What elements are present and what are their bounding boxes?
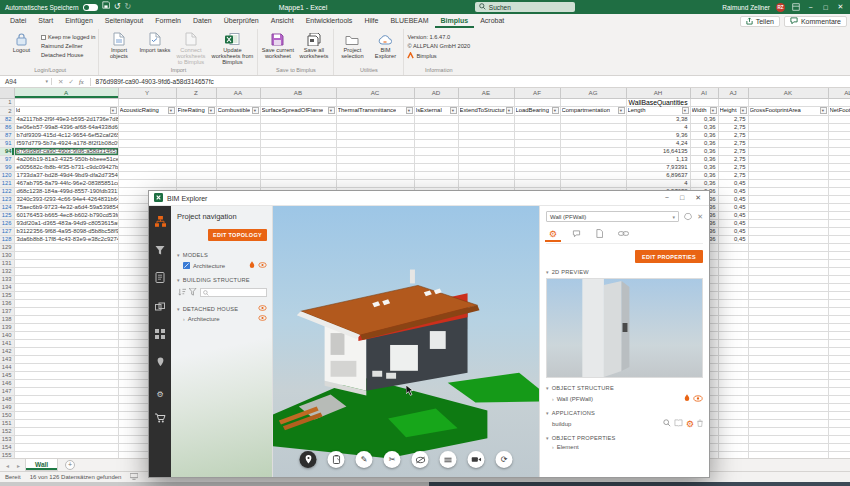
cell-AD120[interactable] (414, 171, 458, 179)
update-worksheets-button[interactable]: Update worksheets from Bimplus (210, 31, 254, 65)
cell-AL131[interactable] (828, 259, 850, 267)
cell-A97[interactable]: 4a206b19-81a3-4325-950b-bbeee51ceeab (14, 155, 118, 163)
cell-AB82[interactable] (260, 115, 336, 123)
cell-AL142[interactable] (828, 347, 850, 355)
cell-AJ141[interactable] (718, 339, 748, 347)
sidebar-clash-icon[interactable] (155, 297, 165, 315)
header-cell-Y[interactable]: AcousticRating▾ (118, 106, 176, 115)
display-settings-icon[interactable] (130, 473, 138, 481)
ribbon-options-icon[interactable] (791, 3, 800, 12)
trash-icon[interactable] (697, 419, 703, 428)
row-header-132[interactable]: 132 (0, 267, 14, 275)
cell-AJ86[interactable]: 2,75 (718, 123, 748, 131)
cell-AE121[interactable] (458, 179, 514, 187)
cell-AG94[interactable] (560, 147, 626, 155)
eye-icon[interactable] (258, 305, 267, 312)
cell-AL91[interactable] (828, 139, 850, 147)
cell-AB86[interactable] (260, 123, 336, 131)
cell-AK123[interactable] (748, 195, 828, 203)
minimize-icon[interactable]: − (806, 4, 815, 11)
cell-Y87[interactable] (118, 131, 176, 139)
column-header-A[interactable]: A (14, 88, 118, 98)
cell-AK142[interactable] (748, 347, 828, 355)
cell-AC86[interactable] (336, 123, 414, 131)
cell-AL144[interactable] (828, 363, 850, 371)
location-pin-button[interactable] (300, 451, 317, 468)
cell-A155[interactable] (14, 451, 118, 458)
bim-maximize-icon[interactable]: □ (680, 194, 684, 202)
column-header-AB[interactable]: AB (260, 88, 336, 98)
preview-section-header[interactable]: ▾2D PREVIEW (546, 269, 703, 275)
cell-AB99[interactable] (260, 163, 336, 171)
user-name[interactable]: Raimund Zellner (722, 4, 770, 11)
sheet-prev-icon[interactable]: ◂ (3, 462, 12, 469)
header-cell-AF[interactable]: LoadBearing▾ (514, 106, 560, 115)
cell-AJ137[interactable] (718, 307, 748, 315)
tab-start[interactable]: Start (32, 14, 59, 28)
column-header-AC[interactable]: AC (336, 88, 414, 98)
cell-AC87[interactable] (336, 131, 414, 139)
cell-AJ122[interactable]: 0,45 (718, 187, 748, 195)
filter-button-AB[interactable]: ▾ (328, 107, 335, 114)
cell-AK141[interactable] (748, 339, 828, 347)
cell-AJ91[interactable]: 2,75 (718, 139, 748, 147)
cell-AK150[interactable] (748, 411, 828, 419)
cell-AJ129[interactable] (718, 243, 748, 251)
cell-AJ125[interactable]: 0,45 (718, 211, 748, 219)
cell-AL155[interactable] (828, 451, 850, 458)
cell-Y1[interactable] (118, 98, 176, 106)
cell-A133[interactable] (14, 275, 118, 283)
cell-AH87[interactable]: 9,36 (626, 131, 690, 139)
cell-A99[interactable]: e005682c-fb8b-4f35-b731-c9dc09427b9b (14, 163, 118, 171)
cell-AI99[interactable]: 0,36 (690, 163, 718, 171)
edit-properties-button[interactable]: EDIT PROPERTIES (635, 250, 703, 263)
name-box-dropdown-icon[interactable]: ▾ (45, 78, 48, 85)
cell-AJ97[interactable]: 2,75 (718, 155, 748, 163)
row-header-97[interactable]: 97 (0, 155, 14, 163)
cell-AF99[interactable] (514, 163, 560, 171)
cell-AJ149[interactable] (718, 403, 748, 411)
cell-AK125[interactable] (748, 211, 828, 219)
formula-value[interactable]: 876d989f-ca90-4903-9fd6-a58d314657fc (91, 78, 214, 85)
row-header-155[interactable]: 155 (0, 451, 14, 458)
cell-AC82[interactable] (336, 115, 414, 123)
sort-icon[interactable] (178, 288, 186, 297)
tree-child-architecture[interactable]: ›Architecture (177, 315, 267, 322)
cell-Y82[interactable] (118, 115, 176, 123)
row-header-134[interactable]: 134 (0, 283, 14, 291)
gear-icon[interactable]: ⚙ (686, 420, 694, 428)
tab-documents-icon[interactable] (596, 229, 603, 239)
cell-AJ143[interactable] (718, 355, 748, 363)
filter-button-AJ[interactable]: ▾ (740, 107, 747, 114)
cell-AA121[interactable] (216, 179, 260, 187)
cell-AK97[interactable] (748, 155, 828, 163)
tab-seitenlayout[interactable]: Seitenlayout (99, 14, 150, 28)
cell-AK87[interactable] (748, 131, 828, 139)
magnifier-icon[interactable] (663, 419, 671, 428)
cell-AJ130[interactable] (718, 251, 748, 259)
row-header-137[interactable]: 137 (0, 307, 14, 315)
object-select-dropdown[interactable]: Wall (PFWall)▾ (546, 211, 679, 222)
cell-AJ134[interactable] (718, 283, 748, 291)
cell-AI120[interactable]: 0,36 (690, 171, 718, 179)
header-cell-AG[interactable]: Compartmentation▾ (560, 106, 626, 115)
cell-Z97[interactable] (176, 155, 216, 163)
add-sheet-button[interactable]: + (65, 460, 75, 470)
cell-AK126[interactable] (748, 219, 828, 227)
row-header-135[interactable]: 135 (0, 291, 14, 299)
cell-AL135[interactable] (828, 291, 850, 299)
cell-AK149[interactable] (748, 403, 828, 411)
row-header-141[interactable]: 141 (0, 339, 14, 347)
cell-AC94[interactable] (336, 147, 414, 155)
cell-AL153[interactable] (828, 435, 850, 443)
cell-AE97[interactable] (458, 155, 514, 163)
cell-AG91[interactable] (560, 139, 626, 147)
cell-A138[interactable] (14, 315, 118, 323)
cell-Y86[interactable] (118, 123, 176, 131)
connect-worksheets-button[interactable]: Connect worksheets to Bimplus (174, 31, 207, 65)
cell-A154[interactable] (14, 443, 118, 451)
cell-AH99[interactable]: 7,93391 (626, 163, 690, 171)
sidebar-views-icon[interactable] (155, 325, 165, 343)
cell-A86[interactable]: be06eb57-99a8-4396-af68-64a4338d6ca5 (14, 123, 118, 131)
filter-button-Y[interactable]: ▾ (168, 107, 175, 114)
